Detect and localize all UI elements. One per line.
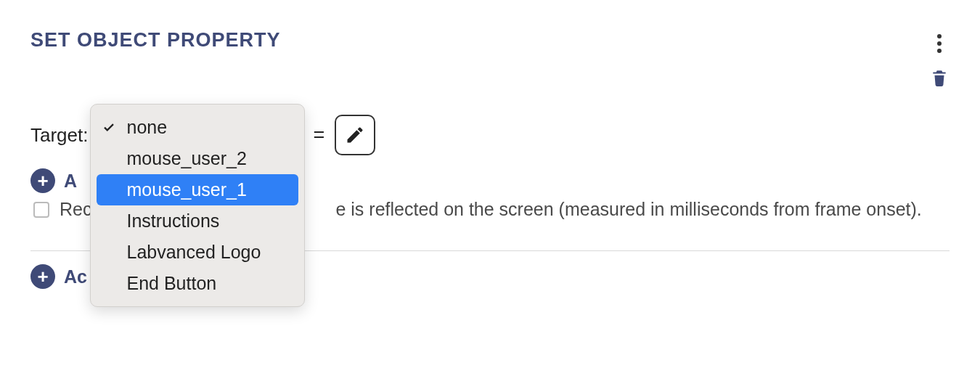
dropdown-option-label: mouse_user_1 [127,179,247,200]
equals-sign: = [314,124,325,147]
plus-circle-icon: + [30,168,55,193]
dropdown-option-label: Labvanced Logo [127,242,261,262]
plus-circle-icon: + [30,264,55,289]
kebab-icon [937,34,942,53]
dropdown-option-labvanced-logo[interactable]: Labvanced Logo [91,237,304,268]
dropdown-option-mouse-user-2[interactable]: mouse_user_2 [91,143,304,174]
add-property-label: A [64,171,77,192]
record-label-suffix: e is reflected on the screen (measured i… [335,199,921,220]
record-checkbox[interactable] [33,202,49,218]
target-dropdown-menu[interactable]: none mouse_user_2 mouse_user_1 Instructi… [90,104,305,307]
pencil-icon [345,125,365,145]
panel-title: SET OBJECT PROPERTY [30,29,281,52]
dropdown-option-label: mouse_user_2 [127,148,247,168]
dropdown-option-instructions[interactable]: Instructions [91,205,304,237]
dropdown-option-label: none [127,117,168,137]
trash-icon [930,67,949,89]
delete-action-button[interactable] [930,67,949,89]
check-icon [102,120,115,134]
dropdown-option-end-button[interactable]: End Button [91,268,304,299]
more-menu-button[interactable] [929,33,950,54]
dropdown-option-none[interactable]: none [91,112,304,143]
dropdown-option-mouse-user-1[interactable]: mouse_user_1 [97,174,298,205]
dropdown-option-label: Instructions [127,211,220,231]
add-action-label: Ac [64,266,87,287]
target-label: Target: [30,124,89,147]
edit-value-button[interactable] [335,115,375,155]
record-label-prefix: Rec [60,199,91,220]
dropdown-option-label: End Button [127,273,217,293]
